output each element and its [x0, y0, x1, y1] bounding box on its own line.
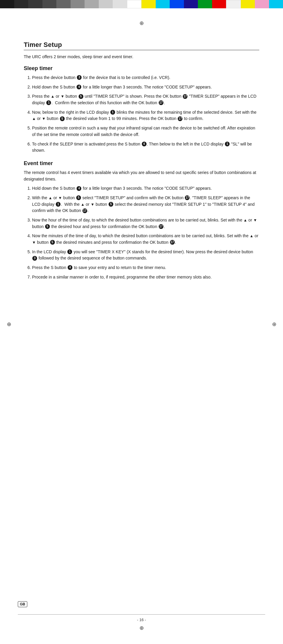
footer-inner: GB - 16 -: [18, 615, 265, 622]
event-timer-steps: Hold down the S button 4 for a little lo…: [30, 185, 259, 280]
circle-num-17g: 17: [170, 240, 175, 245]
color-seg-9: [113, 0, 127, 8]
circle-num-5c: 5: [76, 195, 81, 200]
color-seg-11: [142, 0, 156, 8]
event-step-2: With the ▲ or ▼ button 5 select "TIMER S…: [32, 195, 259, 214]
sleep-timer-steps: Press the device button 3 for the device…: [30, 75, 259, 154]
circle-num-17b: 17: [159, 100, 163, 105]
page-title: Timer Setup: [24, 41, 259, 49]
circle-num-3b: 3: [32, 256, 37, 261]
circle-num-4d: 4: [68, 265, 72, 270]
event-step-7: Procede in a similar manner in order to,…: [32, 274, 259, 281]
circle-num-5a: 5: [79, 94, 83, 99]
circle-num-1b: 1: [110, 110, 115, 115]
circle-num-1c: 1: [225, 142, 230, 146]
sleep-step-3: Press the ▲ or ▼ button 5 until "TIMER S…: [32, 93, 259, 106]
page-number: - 16 -: [137, 618, 146, 622]
arrow-down-5: ▼: [253, 218, 257, 222]
arrow-up-5: ▲: [244, 218, 247, 222]
color-seg-19: [255, 0, 269, 8]
color-seg-16: [212, 0, 226, 8]
sleep-step-4: Now, below to the right in the LCD displ…: [32, 109, 259, 122]
circle-num-5d: 5: [109, 202, 113, 207]
arrow-up-3: ▲: [48, 196, 52, 200]
circle-num-17f: 17: [159, 224, 163, 229]
color-seg-6: [71, 0, 85, 8]
arrow-down-6: ▼: [32, 240, 36, 245]
circle-num-4a: 4: [77, 85, 81, 89]
circle-num-5f: 5: [50, 240, 55, 245]
event-step-4: Now the minutes of the time of day, to w…: [32, 233, 259, 246]
sleep-timer-heading: Sleep timer: [24, 65, 259, 72]
registration-mark-bottom: ⊕: [138, 624, 145, 632]
event-step-3: Now the hour of the time of day, to whic…: [32, 217, 259, 230]
circle-num-4c: 4: [77, 186, 81, 191]
event-step-1: Hold down the S button 4 for a little lo…: [32, 185, 259, 192]
color-seg-3: [28, 0, 42, 8]
color-seg-2: [14, 0, 28, 8]
color-seg-20: [269, 0, 283, 8]
registration-mark-left: ⊕: [5, 321, 12, 328]
arrow-down-4: ▼: [90, 202, 94, 207]
title-rule: [24, 50, 259, 50]
color-seg-17: [226, 0, 241, 8]
color-seg-13: [170, 0, 184, 8]
event-step-6: Press the S button 4 to save your entry …: [32, 265, 259, 271]
circle-num-1a: 1: [46, 100, 51, 105]
registration-mark-top: ⊕: [138, 20, 145, 27]
arrow-down-3: ▼: [58, 196, 62, 200]
color-seg-4: [42, 0, 57, 8]
event-timer-intro: The remote control has 4 event timers av…: [24, 170, 259, 182]
circle-num-1d: 1: [56, 202, 61, 207]
color-seg-7: [85, 0, 99, 8]
color-seg-8: [99, 0, 113, 8]
sleep-step-5: Position the remote control in such a wa…: [32, 125, 259, 138]
color-seg-12: [156, 0, 170, 8]
sleep-step-2: Hold down the S button 4 for a little lo…: [32, 84, 259, 91]
event-timer-section: Event timer The remote control has 4 eve…: [24, 160, 259, 281]
color-seg-18: [241, 0, 255, 8]
arrow-up-4: ▲: [81, 202, 85, 207]
color-seg-5: [56, 0, 71, 8]
circle-num-17c: 17: [178, 116, 182, 121]
color-bar: [0, 0, 283, 8]
arrow-up-6: ▲: [250, 234, 254, 238]
circle-num-5b: 5: [60, 116, 65, 121]
color-seg-14: [184, 0, 198, 8]
arrow-up-1: ▲: [51, 94, 55, 99]
arrow-down-1: ▼: [61, 94, 64, 99]
color-seg-15: [198, 0, 212, 8]
color-seg-10: [127, 0, 142, 8]
sleep-step-6: To check if the SLEEP timer is activated…: [32, 141, 259, 154]
intro-text: The URC offers 2 timer modes, sleep time…: [24, 54, 259, 60]
circle-num-3: 3: [77, 75, 82, 80]
page-content: Timer Setup The URC offers 2 timer modes…: [0, 23, 283, 301]
gb-label: GB: [18, 601, 27, 607]
circle-num-1e: 1: [67, 249, 72, 254]
event-step-5: In the LCD display 1 you will see "TIMER…: [32, 249, 259, 262]
circle-num-17d: 17: [185, 195, 190, 200]
circle-num-17a: 17: [183, 94, 187, 99]
arrow-up-2: ▲: [32, 116, 36, 121]
circle-num-5e: 5: [45, 224, 50, 229]
footer-area: GB - 16 - ⊕: [0, 614, 283, 644]
circle-num-4b: 4: [142, 142, 147, 146]
sleep-step-1: Press the device button 3 for the device…: [32, 75, 259, 81]
color-seg-1: [0, 0, 14, 8]
event-timer-heading: Event timer: [24, 160, 259, 167]
registration-mark-right: ⊕: [271, 321, 278, 328]
arrow-down-2: ▼: [42, 116, 46, 121]
circle-num-17e: 17: [82, 208, 87, 213]
